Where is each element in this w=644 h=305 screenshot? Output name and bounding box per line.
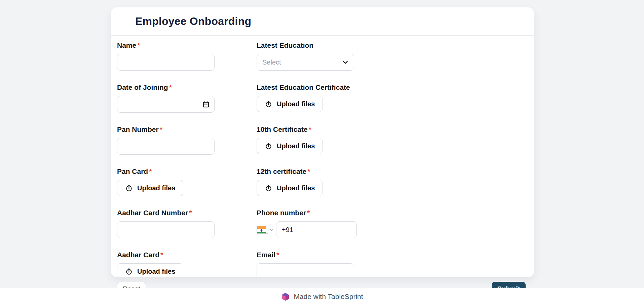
required-asterisk: * (309, 125, 311, 133)
date-of-joining-label: Date of Joining* (117, 82, 215, 92)
field-latest-education-certificate: Latest Education Certificate Upload file… (257, 82, 354, 113)
upload-icon (265, 184, 272, 192)
name-label: Name* (117, 40, 215, 50)
phone-number-label-text: Phone number (257, 209, 306, 217)
pan-card-label-text: Pan Card (117, 167, 148, 175)
twelfth-certificate-label: 12th certificate* (257, 166, 354, 177)
field-tenth-certificate: 10th Certificate* Upload files (257, 124, 354, 155)
field-email: Email* (257, 250, 354, 277)
field-twelfth-certificate: 12th certificate* Upload files (257, 166, 354, 196)
required-asterisk: * (276, 251, 279, 259)
aadhar-card-number-label: Aadhar Card Number* (117, 208, 215, 218)
field-name: Name* (117, 40, 215, 71)
upload-icon (125, 184, 133, 192)
field-latest-education: Latest Education Select (257, 40, 354, 71)
latest-education-certificate-upload-button[interactable]: Upload files (257, 96, 323, 112)
latest-education-certificate-label-text: Latest Education Certificate (257, 83, 350, 91)
footer-text: Made with TableSprint (294, 293, 363, 301)
upload-icon (265, 100, 272, 108)
upload-button-label: Upload files (277, 142, 315, 150)
latest-education-select[interactable]: Select (257, 54, 354, 71)
required-asterisk: * (307, 209, 310, 217)
pan-number-label: Pan Number* (117, 124, 215, 135)
date-of-joining-label-text: Date of Joining (117, 83, 168, 91)
phone-number-input[interactable] (276, 221, 357, 238)
required-asterisk: * (160, 125, 162, 133)
aadhar-card-upload-button[interactable]: Upload files (117, 263, 183, 277)
pan-card-upload-button[interactable]: Upload files (117, 180, 183, 196)
required-asterisk: * (189, 209, 192, 217)
pan-number-label-text: Pan Number (117, 125, 159, 133)
required-asterisk: * (137, 41, 140, 49)
aadhar-card-number-input[interactable] (117, 221, 215, 238)
required-asterisk: * (160, 251, 163, 259)
upload-button-label: Upload files (137, 268, 175, 275)
twelfth-certificate-upload-button[interactable]: Upload files (257, 180, 323, 196)
chevron-down-small-icon (269, 227, 274, 232)
country-code-selector[interactable] (257, 226, 274, 234)
email-label-text: Email (257, 251, 275, 259)
upload-icon (265, 142, 272, 150)
required-asterisk: * (149, 167, 152, 175)
field-pan-card: Pan Card* Upload files (117, 166, 215, 196)
latest-education-certificate-label: Latest Education Certificate (257, 82, 354, 92)
pan-number-input[interactable] (117, 138, 215, 155)
employee-onboarding-card: Employee Onboarding Name* Latest Educati… (111, 7, 534, 277)
twelfth-certificate-label-text: 12th certificate (257, 167, 306, 175)
field-aadhar-card: Aadhar Card* Upload files (117, 250, 215, 277)
aadhar-card-label: Aadhar Card* (117, 250, 215, 260)
tenth-certificate-upload-button[interactable]: Upload files (257, 138, 323, 154)
phone-number-label: Phone number* (257, 208, 354, 218)
upload-icon (125, 268, 133, 275)
name-label-text: Name (117, 41, 136, 49)
tenth-certificate-label: 10th Certificate* (257, 124, 354, 135)
field-phone-number: Phone number* (257, 208, 354, 238)
india-flag-icon (257, 226, 268, 234)
tenth-certificate-label-text: 10th Certificate (257, 125, 308, 133)
required-asterisk: * (169, 83, 172, 91)
page: { "card": { "title": "Employee Onboardin… (0, 0, 644, 305)
tablesprint-cube-icon (281, 292, 290, 301)
date-of-joining-input[interactable] (117, 96, 215, 113)
field-aadhar-card-number: Aadhar Card Number* (117, 208, 215, 238)
field-date-of-joining: Date of Joining* (117, 82, 215, 113)
onboarding-form: Name* Latest Education Select Date of Jo… (111, 36, 534, 277)
chevron-down-icon (342, 59, 349, 66)
select-placeholder: Select (262, 59, 281, 66)
latest-education-label-text: Latest Education (257, 41, 313, 49)
upload-button-label: Upload files (277, 100, 315, 108)
latest-education-label: Latest Education (257, 40, 354, 50)
aadhar-card-number-label-text: Aadhar Card Number (117, 209, 188, 217)
email-label: Email* (257, 250, 354, 260)
upload-button-label: Upload files (277, 184, 315, 192)
pan-card-label: Pan Card* (117, 166, 215, 177)
email-input[interactable] (257, 263, 354, 277)
page-title: Employee Onboarding (135, 15, 251, 28)
aadhar-card-label-text: Aadhar Card (117, 251, 159, 259)
field-pan-number: Pan Number* (117, 124, 215, 155)
branding-footer: Made with TableSprint (0, 288, 644, 305)
name-input[interactable] (117, 54, 215, 71)
card-header: Employee Onboarding (111, 7, 534, 36)
required-asterisk: * (307, 167, 310, 175)
upload-button-label: Upload files (137, 184, 175, 192)
calendar-icon[interactable] (202, 100, 210, 108)
